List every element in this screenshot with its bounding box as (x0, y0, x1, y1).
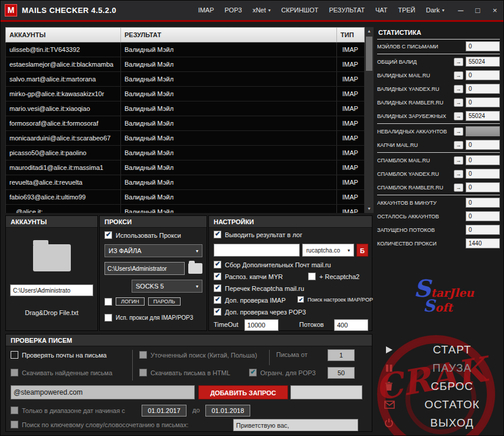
stat-spamblock-rambler: СПАМБЛОК RAMBLER.RU→0 (377, 181, 500, 194)
keyword-input[interactable] (233, 419, 358, 431)
menu-result[interactable]: РЕЗУЛЬТАТ (323, 1, 369, 20)
proxy-type-select[interactable]: SOCKS 5▾ (132, 280, 202, 293)
export-icon[interactable]: → (454, 85, 463, 93)
recheck-recaptcha-checkbox[interactable] (214, 284, 221, 292)
table-row[interactable]: fabio693@alice.it:ultimo99Валидный МэйлI… (6, 190, 364, 205)
chevron-down-icon: ▾ (348, 248, 350, 253)
table-row[interactable]: salvo.mart@alice.it:martoranaВалидный Мэ… (6, 72, 364, 87)
table-row[interactable]: revuelta@alice.it:revueltaВалидный МэйлI… (6, 175, 364, 190)
download-letters-html-checkbox[interactable] (139, 369, 147, 376)
proxy-login-field[interactable]: ЛОГИН (116, 297, 145, 306)
menu-screenshot[interactable]: СКРИНШОТ (276, 1, 324, 20)
menu-tray[interactable]: ТРЕЙ (392, 1, 420, 20)
menu-pop3[interactable]: POP3 (220, 1, 247, 20)
export-icon[interactable]: → (454, 58, 463, 66)
maximize-button[interactable]: □ (469, 1, 486, 20)
remainder-button[interactable]: ОСТАТОК (377, 395, 501, 414)
action-buttons: СТАРТ ПАУЗА СБРОС ОСТАТОК ВЫХОД (377, 340, 501, 432)
stat-value: 55024 (466, 111, 500, 121)
stat-accounts-per-minute: АККАУНТОВ В МИНУТУ0 (377, 196, 500, 209)
accounts-file-path-input[interactable] (10, 284, 93, 296)
collect-extra-mail-checkbox[interactable] (214, 261, 221, 268)
stat-captcha-mailru: КАПЧИ MAIL.RU→0 (377, 138, 500, 152)
imap-extra-check-checkbox[interactable] (214, 296, 221, 304)
close-button[interactable]: × (486, 1, 503, 20)
captcha-key-input[interactable] (214, 244, 300, 257)
scroll-up-icon[interactable]: ▲ (367, 27, 371, 35)
proxy-source-select[interactable]: ИЗ ФАЙЛА▾ (104, 244, 202, 257)
search-query-input[interactable] (11, 385, 195, 399)
table-row[interactable]: …@alice.it:…Валидный МэйлIMAP (6, 205, 364, 213)
captcha-recognition-checkbox[interactable] (214, 273, 221, 280)
log-output-checkbox[interactable] (214, 231, 221, 238)
pop3-limit-checkbox[interactable] (249, 369, 257, 376)
captcha-service-select[interactable]: rucaptcha.co▾ (302, 244, 354, 257)
extra-query-input[interactable] (290, 385, 362, 399)
download-found-letters-checkbox[interactable] (11, 369, 18, 376)
table-row[interactable]: formosoraf@alice.it:formosorafВалидный М… (6, 116, 364, 131)
proxy-auth-checkbox[interactable] (104, 298, 112, 306)
exit-button[interactable]: ВЫХОД (377, 414, 501, 432)
stat-spamblock-yandex: СПАМБЛОК YANDEX.RU→0 (377, 167, 500, 181)
proxy-file-path-input[interactable] (104, 262, 185, 275)
reset-button[interactable]: СБРОС (377, 377, 501, 395)
check-mail-for-letters-checkbox[interactable] (11, 351, 18, 359)
date-range-checkbox[interactable] (11, 407, 18, 414)
threads-input[interactable] (334, 319, 368, 331)
export-icon[interactable]: → (454, 99, 463, 107)
recaptcha2-checkbox[interactable] (308, 273, 316, 280)
pause-button[interactable]: ПАУЗА (377, 359, 501, 377)
use-proxy-checkbox[interactable] (104, 231, 112, 239)
balance-button[interactable]: Б (356, 244, 368, 257)
titlebar[interactable]: M MAILS CHECKER 4.5.2.0 IMAP POP3 xNet▾ … (1, 1, 503, 20)
table-row[interactable]: estaeslamejor@alice.it:blackmambaВалидны… (6, 57, 364, 72)
timeout-label: TimeOut (214, 321, 238, 328)
keyword-search-checkbox[interactable] (11, 421, 18, 428)
table-row[interactable]: monicaarduini@alice.it:scarabeo67Валидны… (6, 131, 364, 146)
scrollbar-thumb[interactable] (366, 37, 372, 71)
folder-icon[interactable] (33, 244, 71, 271)
scroll-down-icon[interactable]: ▼ (367, 205, 371, 213)
proxy-password-field[interactable]: ПАРОЛЬ (148, 297, 181, 306)
date-to-input[interactable] (205, 405, 250, 417)
imap-settings-search-checkbox[interactable] (297, 296, 304, 303)
stat-mails-with-letters: МЭЙЛОВ С ПИСЬМАМИ0 (377, 40, 500, 53)
table-row[interactable]: ulisseb@tin.it:TV643392Валидный МэйлIMAP (6, 42, 364, 57)
menu-chat[interactable]: ЧАТ (370, 1, 393, 20)
letters-from-input[interactable] (328, 349, 355, 361)
date-from-input[interactable] (142, 405, 186, 417)
export-icon[interactable]: → (454, 170, 463, 178)
proxy-for-imap-checkbox[interactable] (104, 314, 112, 322)
stat-value: 0 (466, 155, 500, 165)
menu-xnet-dropdown[interactable]: xNet▾ (247, 1, 276, 20)
table-row[interactable]: mario.vesi@alice.it:xiaoqiaoВалидный Мэй… (6, 101, 364, 116)
start-button[interactable]: СТАРТ (377, 340, 501, 359)
column-header-accounts[interactable]: АККАУНТЫ (6, 28, 121, 42)
table-row[interactable]: mirko-gp@alice.it:kawasakizx10rВалидный … (6, 87, 364, 101)
pop3-extra-check-checkbox[interactable] (214, 308, 221, 316)
column-header-result[interactable]: РЕЗУЛЬТАТ (121, 28, 337, 42)
minimize-button[interactable]: ─ (452, 1, 469, 20)
refined-search-checkbox[interactable] (139, 351, 147, 359)
menu-imap[interactable]: IMAP (193, 1, 220, 20)
proxy-panel-title: ПРОКСИ (100, 216, 207, 228)
export-icon[interactable]: → (454, 127, 463, 136)
timeout-input[interactable] (244, 319, 279, 331)
export-icon[interactable]: → (454, 141, 463, 149)
stat-value: 0 (466, 211, 500, 221)
export-icon[interactable]: → (454, 71, 463, 80)
table-row[interactable]: picasso50@alice.it:paolinoВалидный МэйлI… (6, 146, 364, 160)
export-icon[interactable]: → (454, 112, 463, 120)
stat-value: 55024 (466, 57, 500, 67)
table-scrollbar[interactable]: ▲ ▼ (365, 27, 374, 213)
column-header-type[interactable]: ТИП (337, 28, 364, 42)
export-icon[interactable]: → (454, 156, 463, 165)
table-row[interactable]: mauroditadi1@alice.it:massima1Валидный М… (6, 160, 364, 175)
letters-from-label: Письма от (276, 351, 307, 358)
theme-select[interactable]: Dark▾ (421, 1, 450, 20)
export-icon[interactable]: → (454, 183, 463, 192)
pop3-limit-input[interactable] (328, 367, 355, 379)
mailcheck-panel-title: ПРОВЕРКА ПИСЕМ (6, 335, 372, 346)
browse-folder-icon[interactable] (188, 263, 202, 274)
add-query-button[interactable]: ДОБАВИТЬ ЗАПРОС (198, 385, 288, 399)
